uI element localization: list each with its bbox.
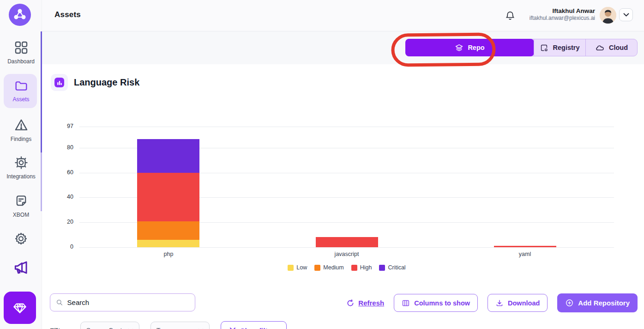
y-axis-tick: 97 [55,123,73,129]
download-button[interactable]: Download [488,294,548,312]
notifications-button[interactable] [504,9,516,22]
top-header: Assets Iftakhul Anwar iftakhul.anwar@ple… [42,0,644,31]
bar-segment-high[interactable] [316,237,378,247]
page-title: Assets [54,10,81,19]
filter-label: Filter: [50,327,69,329]
refresh-link[interactable]: Refresh [346,299,384,307]
clear-filters-label: Clear filters [240,327,278,329]
source-control-value: Source Cont... [86,327,128,329]
refresh-label: Refresh [358,299,384,307]
sidebar-item-settings[interactable] [0,231,42,246]
sidebar-item-label: Assets [12,96,29,103]
legend-item-medium[interactable]: Medium [314,264,343,271]
sidebar-item-label: XBOM [13,212,29,218]
sidebar-item-integrations[interactable]: Integrations [0,155,42,180]
upgrade-button[interactable] [4,292,36,324]
columns-to-show-button[interactable]: Columns to show [394,294,478,312]
chart-legend: LowMediumHighCritical [79,264,614,271]
add-repository-button[interactable]: Add Repository [557,293,638,312]
bar-segment-low[interactable] [137,240,199,247]
grid-icon [13,40,29,55]
filter-row: Filter: Source Cont... Tags Clear filter… [50,321,287,329]
legend-swatch [288,265,294,271]
tab-registry[interactable]: Registry [534,39,585,56]
legend-swatch [379,265,385,271]
source-control-select[interactable]: Source Cont... [80,322,139,329]
sidebar-item-assets[interactable]: Assets [0,79,42,103]
gear-icon [13,231,29,246]
x-axis-label: javascript [335,251,359,257]
bar-yaml[interactable] [494,246,556,247]
clear-filters-button[interactable]: Clear filters [221,321,287,329]
bar-javascript[interactable] [316,237,378,247]
chart-plot [79,127,614,247]
gridline [79,247,614,248]
download-label: Download [508,299,540,307]
bar-segment-high[interactable] [137,173,199,221]
legend-item-critical[interactable]: Critical [379,264,405,271]
x-axis-label: yaml [519,251,531,257]
chip-icon [13,155,29,171]
section-icon-container [51,74,68,91]
legend-label: Critical [388,264,405,271]
columns-icon [402,299,410,307]
x-icon [229,327,236,329]
legend-item-high[interactable]: High [351,264,372,271]
y-axis-tick: 0 [55,244,73,250]
search-box [50,293,195,311]
molecule-logo-icon [13,8,27,22]
columns-label: Columns to show [414,299,470,307]
legend-label: Medium [323,264,343,271]
sidebar-item-findings[interactable]: Findings [0,117,42,142]
y-axis-tick: 20 [55,219,73,225]
y-axis-tick: 80 [55,144,73,151]
app-logo[interactable] [9,4,31,26]
user-name: Iftakhul Anwar [530,7,595,14]
folder-icon [14,79,29,93]
tab-label: Registry [553,44,579,51]
section-title: Language Risk [74,77,139,88]
sidebar-item-xbom[interactable]: XBOM [0,193,42,218]
main-area: Assets Iftakhul Anwar iftakhul.anwar@ple… [42,0,644,329]
tags-select[interactable]: Tags [150,322,210,329]
sidebar-item-announcements[interactable] [0,259,42,276]
add-repo-label: Add Repository [578,299,630,307]
megaphone-icon [12,259,30,276]
bar-segment-medium[interactable] [137,221,199,240]
bar-segment-high[interactable] [494,246,556,247]
search-icon [56,299,63,306]
user-menu-caret-button[interactable] [619,8,633,21]
gridline [79,127,614,127]
diamond-icon [12,300,28,316]
registry-icon [540,43,548,52]
tab-label: Repo [468,44,484,51]
plus-circle-icon [565,299,574,307]
search-input[interactable] [67,299,189,306]
tab-cloud[interactable]: Cloud [585,39,637,56]
legend-item-low[interactable]: Low [288,264,307,271]
section-header: Language Risk [51,74,139,91]
avatar[interactable] [600,7,616,24]
bar-chart-icon [54,78,64,87]
tab-repo[interactable]: Repo [405,39,534,56]
tab-label: Cloud [609,44,628,51]
bar-php[interactable] [137,139,199,247]
sidebar-item-label: Findings [11,136,31,142]
chevron-down-icon [623,13,629,17]
content-panel: Language Risk LowMediumHighCritical Refr… [42,64,644,329]
user-menu[interactable]: Iftakhul Anwar iftakhul.anwar@plexicus.a… [530,7,595,21]
scrollbar-track[interactable] [41,31,42,211]
legend-label: Low [296,264,307,271]
asset-type-tab-group: Repo Registry Cloud [405,39,638,56]
bar-segment-critical[interactable] [137,139,199,173]
cloud-icon [595,43,605,53]
scrollbar-thumb[interactable] [41,31,42,152]
mini-bars-icon [57,80,62,85]
layers-icon [455,43,463,52]
asset-type-tabs-row: Repo Registry Cloud [42,31,644,64]
sidebar-item-label: Integrations [6,173,36,180]
sidebar-item-dashboard[interactable]: Dashboard [0,40,42,65]
sidebar-item-label: Dashboard [7,58,35,65]
legend-label: High [360,264,372,271]
legend-swatch [314,265,320,271]
